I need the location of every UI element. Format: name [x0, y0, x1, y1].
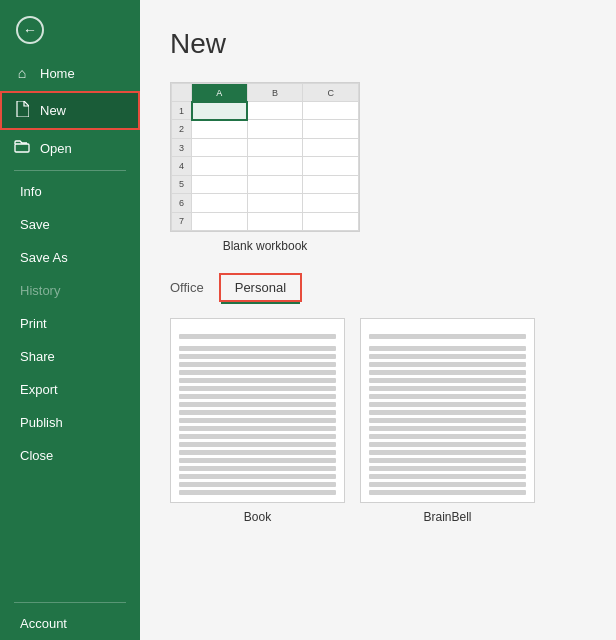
template-brainbell-label: BrainBell [423, 510, 471, 524]
doc-lines [179, 329, 336, 495]
doc-line [179, 346, 336, 351]
doc-line [369, 466, 526, 471]
cell-a4[interactable] [192, 157, 248, 175]
cell-a3[interactable] [192, 138, 248, 156]
sidebar-item-publish[interactable]: Publish [0, 406, 140, 439]
sidebar-item-account[interactable]: Account [0, 607, 140, 640]
doc-line [179, 474, 336, 479]
doc-line [369, 418, 526, 423]
row-header: 5 [172, 175, 192, 193]
cell-a7[interactable] [192, 212, 248, 230]
template-card-book[interactable]: Book [170, 318, 345, 524]
row-header: 6 [172, 194, 192, 212]
home-icon: ⌂ [14, 65, 30, 81]
sidebar-item-export-label: Export [20, 382, 58, 397]
filter-tabs: Personal [219, 273, 302, 302]
col-header-c: C [303, 84, 359, 102]
sidebar-item-save-label: Save [20, 217, 50, 232]
sidebar-item-home-label: Home [40, 66, 75, 81]
sidebar-item-save[interactable]: Save [0, 208, 140, 241]
doc-line [179, 394, 336, 399]
doc-line [179, 378, 336, 383]
sidebar-item-info-label: Info [20, 184, 42, 199]
doc-line [369, 474, 526, 479]
back-arrow-icon: ← [16, 16, 44, 44]
cell-c6[interactable] [303, 194, 359, 212]
table-row: 1 [172, 102, 359, 120]
svg-rect-0 [15, 144, 29, 152]
table-row: 6 [172, 194, 359, 212]
sidebar: ← ⌂ Home New Open Info Save Save As [0, 0, 140, 640]
sidebar-item-open[interactable]: Open [0, 130, 140, 166]
cell-b4[interactable] [247, 157, 303, 175]
cell-c1[interactable] [303, 102, 359, 120]
sidebar-item-save-as[interactable]: Save As [0, 241, 140, 274]
row-header: 2 [172, 120, 192, 138]
filter-tab-personal[interactable]: Personal [219, 273, 302, 302]
cell-a5[interactable] [192, 175, 248, 193]
doc-line [179, 458, 336, 463]
cell-b5[interactable] [247, 175, 303, 193]
doc-line [179, 410, 336, 415]
sidebar-item-close[interactable]: Close [0, 439, 140, 472]
doc-line [369, 482, 526, 487]
doc-line [369, 442, 526, 447]
cell-b7[interactable] [247, 212, 303, 230]
blank-workbook-container: A B C 1 2 [170, 82, 586, 253]
template-card-brainbell[interactable]: BrainBell [360, 318, 535, 524]
col-header-b: B [247, 84, 303, 102]
doc-line [179, 426, 336, 431]
divider-top [14, 170, 126, 171]
sidebar-item-open-label: Open [40, 141, 72, 156]
doc-line [179, 386, 336, 391]
doc-line [369, 410, 526, 415]
templates-filter: Office Personal [170, 273, 586, 302]
cell-b2[interactable] [247, 120, 303, 138]
template-thumb-brainbell [360, 318, 535, 503]
doc-line [179, 434, 336, 439]
cell-c2[interactable] [303, 120, 359, 138]
sidebar-item-home[interactable]: ⌂ Home [0, 55, 140, 91]
cell-c7[interactable] [303, 212, 359, 230]
cell-a2[interactable] [192, 120, 248, 138]
sidebar-item-save-as-label: Save As [20, 250, 68, 265]
doc-line [369, 362, 526, 367]
doc-line [369, 450, 526, 455]
doc-line [369, 378, 526, 383]
corner-cell [172, 84, 192, 102]
col-header-a: A [192, 84, 248, 102]
cell-a1[interactable] [192, 102, 248, 120]
main-content: New A B C 1 [140, 0, 616, 640]
cell-c3[interactable] [303, 138, 359, 156]
template-book-label: Book [244, 510, 271, 524]
row-header: 3 [172, 138, 192, 156]
cell-b6[interactable] [247, 194, 303, 212]
table-row: 2 [172, 120, 359, 138]
doc-line [179, 442, 336, 447]
doc-line [369, 458, 526, 463]
blank-workbook-button[interactable]: A B C 1 2 [170, 82, 360, 232]
cell-b1[interactable] [247, 102, 303, 120]
back-button[interactable]: ← [10, 10, 50, 50]
sidebar-item-print[interactable]: Print [0, 307, 140, 340]
cell-b3[interactable] [247, 138, 303, 156]
template-cards: Book [170, 318, 586, 524]
doc-line [369, 334, 526, 339]
cell-c4[interactable] [303, 157, 359, 175]
doc-lines [369, 329, 526, 495]
cell-a6[interactable] [192, 194, 248, 212]
doc-line [179, 402, 336, 407]
doc-line [369, 386, 526, 391]
sidebar-item-share[interactable]: Share [0, 340, 140, 373]
sidebar-item-share-label: Share [20, 349, 55, 364]
doc-line [369, 346, 526, 351]
row-header: 4 [172, 157, 192, 175]
sidebar-item-close-label: Close [20, 448, 53, 463]
sidebar-item-info[interactable]: Info [0, 175, 140, 208]
sidebar-item-export[interactable]: Export [0, 373, 140, 406]
new-file-icon [14, 101, 30, 120]
sidebar-item-new[interactable]: New [0, 91, 140, 130]
spreadsheet-grid: A B C 1 2 [171, 83, 359, 231]
cell-c5[interactable] [303, 175, 359, 193]
template-thumb-book [170, 318, 345, 503]
